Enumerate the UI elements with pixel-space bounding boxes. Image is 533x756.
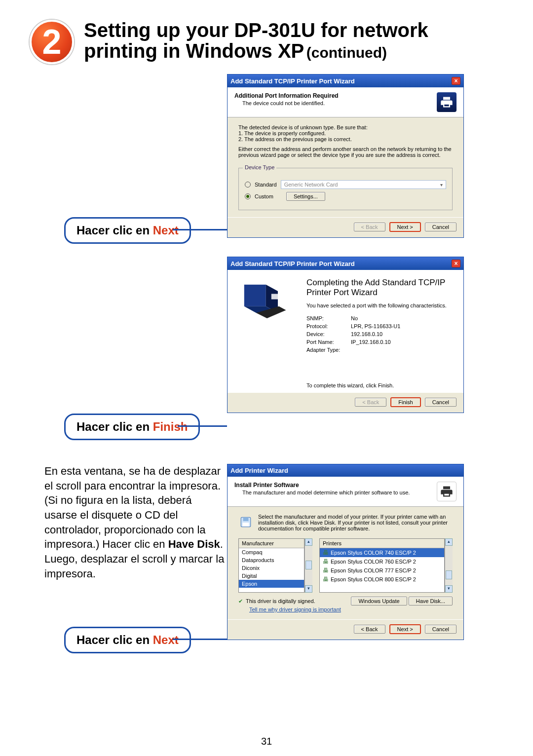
- kv-key: Port Name:: [306, 339, 351, 345]
- list-item[interactable]: Dataproducts: [239, 556, 304, 564]
- kv-key: SNMP:: [306, 315, 351, 321]
- dialog-header-sub: The manufacturer and model determine whi…: [242, 490, 410, 495]
- device-type-group: Device Type Standard Generic Network Car…: [238, 168, 453, 210]
- finish-hint: To complete this wizard, click Finish.: [306, 382, 454, 388]
- body-line: Either correct the address and perform a…: [238, 146, 453, 158]
- signing-info-link[interactable]: Tell me why driver signing is important: [249, 606, 453, 612]
- close-icon[interactable]: ×: [452, 77, 460, 85]
- kv-val: 192.168.0.10: [351, 331, 382, 337]
- back-button[interactable]: < Back: [355, 398, 386, 407]
- printer-icon: [437, 92, 457, 112]
- svg-rect-0: [244, 285, 266, 306]
- kv-key: Adapter Type:: [306, 347, 351, 353]
- page-header: 2 Setting up your DP-301U for network pr…: [30, 20, 503, 64]
- printers-list[interactable]: Printers 🖶Epson Stylus COLOR 740 ESC/P 2…: [319, 538, 445, 593]
- printer-large-icon: [237, 278, 297, 337]
- signed-icon: ✔: [238, 598, 243, 605]
- complete-heading: Completing the Add Standard TCP/IP Print…: [306, 278, 454, 298]
- manufacturer-header: Manufacturer: [239, 539, 304, 548]
- svg-rect-5: [243, 517, 249, 521]
- complete-subhead: You have selected a port with the follow…: [306, 302, 454, 308]
- wizard-dialog-port-info: Add Standard TCP/IP Printer Port Wizard …: [227, 74, 464, 238]
- list-item[interactable]: Compaq: [239, 548, 304, 556]
- list-item[interactable]: Digital: [239, 572, 304, 580]
- wizard-dialog-complete: Add Standard TCP/IP Printer Port Wizard …: [227, 257, 464, 413]
- cancel-button[interactable]: Cancel: [425, 625, 457, 634]
- chevron-down-icon: ▾: [440, 182, 443, 188]
- instruction-label-next: Hacer clic en Next: [64, 627, 191, 653]
- printer-mini-icon: 🖶: [323, 558, 329, 565]
- scroll-up-icon[interactable]: ▴: [445, 538, 453, 546]
- kv-val: IP_192.168.0.10: [351, 339, 391, 345]
- list-item[interactable]: Epson: [239, 580, 304, 588]
- radio-standard[interactable]: [245, 182, 251, 188]
- cancel-button[interactable]: Cancel: [425, 398, 457, 407]
- svg-rect-3: [271, 294, 279, 300]
- printer-mini-icon: 🖶: [323, 567, 329, 574]
- scroll-up-icon[interactable]: ▴: [305, 538, 312, 546]
- list-item[interactable]: 🖶Epson Stylus COLOR 740 ESC/P 2: [320, 548, 444, 557]
- page-title-line1: Setting up your DP-301U for network: [84, 20, 428, 40]
- add-printer-wizard-dialog: Add Printer Wizard Install Printer Softw…: [227, 464, 464, 640]
- radio-custom[interactable]: [245, 193, 251, 199]
- kv-key: Protocol:: [306, 323, 351, 329]
- dialog-title: Add Standard TCP/IP Printer Port Wizard: [230, 260, 355, 267]
- next-button[interactable]: Next >: [390, 625, 420, 634]
- back-button[interactable]: < Back: [354, 223, 385, 231]
- dialog-header-sub: The device could not be identified.: [242, 100, 339, 106]
- connector-line: [173, 229, 227, 230]
- dialog-header-title: Install Printer Software: [234, 482, 410, 489]
- signed-text: This driver is digitally signed.: [246, 598, 315, 604]
- windows-update-button[interactable]: Windows Update: [351, 597, 407, 605]
- close-icon[interactable]: ×: [452, 260, 460, 267]
- radio-standard-label: Standard: [255, 182, 277, 188]
- radio-custom-label: Custom: [255, 193, 273, 199]
- have-disk-button[interactable]: Have Disk...: [409, 597, 453, 605]
- group-legend: Device Type: [243, 164, 276, 170]
- disk-icon: [238, 514, 253, 530]
- dialog-title: Add Standard TCP/IP Printer Port Wizard: [230, 77, 355, 85]
- list-item[interactable]: Diconix: [239, 564, 304, 572]
- dialog-title: Add Printer Wizard: [230, 467, 288, 474]
- scrollbar[interactable]: ▴ ▾: [445, 538, 453, 593]
- list-item[interactable]: 🖶Epson Stylus COLOR 800 ESC/P 2: [320, 575, 444, 584]
- printers-header: Printers: [320, 539, 444, 548]
- body-line: The detected device is of unknown type. …: [238, 124, 453, 130]
- printer-mini-icon: 🖶: [323, 549, 329, 556]
- device-type-dropdown[interactable]: Generic Network Card ▾: [281, 180, 446, 189]
- connector-line: [173, 639, 227, 640]
- page-number: 31: [0, 736, 533, 747]
- printer-mini-icon: 🖶: [323, 576, 329, 583]
- body-line: 1. The device is properly configured.: [238, 130, 453, 136]
- page-title-line2: printing in Windows XP: [84, 40, 304, 62]
- manufacturer-list[interactable]: Manufacturer Compaq Dataproducts Diconix…: [238, 538, 305, 593]
- instruction-label-finish: Hacer clic en Finish: [64, 414, 200, 440]
- instruction-paragraph: En esta ventana, se ha de desplazar el s…: [44, 464, 227, 581]
- scroll-down-icon[interactable]: ▾: [305, 585, 312, 593]
- connector-line: [178, 425, 227, 427]
- body-line: 2. The address on the previous page is c…: [238, 136, 453, 142]
- cancel-button[interactable]: Cancel: [425, 223, 457, 231]
- dialog-header-title: Additional Port Information Required: [234, 92, 339, 99]
- svg-rect-6: [243, 523, 249, 527]
- instruction-text: Select the manufacturer and model of you…: [258, 514, 453, 531]
- kv-key: Device:: [306, 331, 351, 337]
- step-badge: 2: [30, 20, 74, 64]
- settings-button[interactable]: Settings...: [286, 192, 325, 201]
- back-button[interactable]: < Back: [354, 625, 385, 634]
- dropdown-value: Generic Network Card: [284, 182, 338, 188]
- scroll-down-icon[interactable]: ▾: [445, 585, 453, 593]
- kv-val: No: [351, 315, 358, 321]
- list-item[interactable]: 🖶Epson Stylus COLOR 777 ESC/P 2: [320, 566, 444, 575]
- next-button[interactable]: Next >: [390, 223, 420, 231]
- page-title-continued: (continued): [306, 44, 387, 61]
- list-item[interactable]: 🖶Epson Stylus COLOR 760 ESC/P 2: [320, 557, 444, 566]
- instruction-label-next: Hacer clic en Next: [64, 217, 191, 244]
- finish-button[interactable]: Finish: [391, 398, 420, 407]
- scrollbar[interactable]: ▴ ▾: [305, 538, 312, 593]
- printer-icon: [437, 482, 457, 501]
- kv-val: LPR, PS-116633-U1: [351, 323, 400, 329]
